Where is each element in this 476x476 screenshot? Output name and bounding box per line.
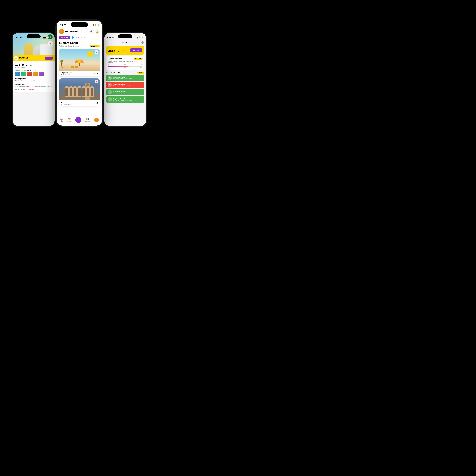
dot-1 (34, 63, 35, 63)
bottom-nav: 🏠 Home 📅 calendar + 📢 Newsfeed M (57, 116, 102, 125)
nav-home[interactable]: 🏠 Home (60, 118, 63, 122)
center-phone: 9:41 AM ▌▌▌ 📶 🔋 M Marsh Mecello 💬 🔔 (55, 19, 103, 127)
profile-left: M Marsh Mecello (59, 29, 78, 34)
refer-friend-button[interactable]: Refer a friend (130, 48, 142, 52)
star-icon-copa: ★ (94, 73, 95, 74)
offer-title: Exclusive Offer (19, 57, 43, 58)
destination-meta: Tekergat ★ 4.7 (2498) $59/Person (15, 69, 53, 71)
explore-all-small-button[interactable]: Explore All › (134, 58, 142, 60)
explore-subtitle: Find the best places with safelee Explor… (59, 45, 100, 47)
thumbnails (15, 72, 53, 76)
reward-item-4[interactable]: 50 yums Daily Login Reward Hurry up thes… (106, 96, 144, 103)
sub-label-yums: Yums (108, 67, 110, 68)
destination-sub: Tekergat, Sunamganj (15, 67, 53, 68)
umbrella-top (75, 59, 84, 63)
reward-title-3: Daily Login Reward (113, 91, 143, 92)
country-selector: 🇪🇸 Spain 🌐 Change Country ⌄ (57, 35, 102, 41)
bookmark-button[interactable]: 🔖 (48, 41, 53, 46)
chat-button[interactable]: 💬 (89, 29, 94, 34)
reward-num-2: 50 (109, 84, 110, 85)
reward-title-2: Daily Login Reward (113, 84, 143, 85)
seville-bookmark[interactable]: 🔖 (95, 80, 98, 84)
nav-add-button[interactable]: + (75, 117, 81, 123)
reward-badge-4: 50 yums (108, 97, 112, 102)
star-icon: ★ (22, 69, 23, 71)
reward-text-3: Daily Login Reward Hurry up these reward… (113, 91, 143, 94)
balance-amount: 4000 Yums (108, 49, 126, 53)
back-button[interactable]: ‹ (107, 41, 107, 44)
country-name: Spain (64, 36, 68, 38)
thumb-4[interactable] (33, 72, 38, 76)
nav-calendar-label: calendar (67, 121, 71, 122)
destination-name: Niladri Reservoir (15, 64, 33, 67)
notification-button[interactable]: 🔔 (95, 29, 100, 34)
day-sat: SAT (30, 80, 32, 81)
destination-content: Niladri Reservoir Tekergat, Sunamganj Te… (13, 61, 55, 92)
country-pill[interactable]: 🇪🇸 Spain (59, 35, 70, 39)
nav-newsfeed[interactable]: 📢 Newsfeed (85, 118, 90, 122)
arch-7 (90, 86, 94, 98)
copacabana-name: Copacabana (61, 72, 72, 74)
view-all-button[interactable]: View All › (137, 72, 144, 74)
info-button[interactable]: ⓘ (141, 41, 144, 44)
seville-name: Seville (61, 102, 71, 103)
change-country-button[interactable]: 🌐 Change Country ⌄ (71, 36, 86, 38)
explore-all-button[interactable]: Explore All › (90, 45, 100, 47)
opening-hours-title: Opening Hours (15, 78, 53, 80)
benefits-section: Explore benefits Explore All › You have … (106, 56, 144, 70)
status-icons-center: ▌▌▌ 📶 🔋 (91, 24, 99, 26)
benefits-sub: You have unlocked a 50 € discount to use… (108, 61, 143, 63)
dynamic-island-right (118, 34, 132, 38)
nav-profile-avatar[interactable]: M (94, 118, 99, 122)
progress-sub-labels: Yums 1000 3000 (108, 67, 143, 68)
thumb-1[interactable] (15, 72, 20, 76)
rating: ★ 4.7 (2498) (22, 69, 29, 71)
sub-label-1000: 1000 (124, 67, 126, 68)
arch-2 (69, 86, 73, 98)
balance-label: Current Balance (108, 47, 126, 49)
arch-5 (82, 86, 85, 98)
balance-info: Current Balance 4000 Yums (108, 47, 126, 53)
signal-icon-center: ▌▌▌ (91, 24, 94, 26)
signal-icon-right: ▌▌▌ (135, 36, 138, 38)
reward-item-1[interactable]: 50 yums Daily Login Reward Hurry up thes… (106, 75, 144, 81)
reward-num-4: 50 (109, 98, 110, 100)
progress-fill (108, 66, 129, 67)
seville-info: Seville 📍 Locality, Spain ★ 4.9 (59, 100, 100, 106)
copacabana-bookmark[interactable]: 🔖 (95, 50, 98, 54)
globe-icon: 🌐 (71, 36, 74, 38)
thumb-5[interactable] (39, 72, 44, 76)
sub-label-3000: 3000 (140, 67, 143, 68)
umbrella-pole (79, 63, 80, 67)
benefits-header: Explore benefits Explore All › (108, 58, 143, 60)
thumb-2[interactable] (21, 72, 26, 76)
seville-card[interactable]: 🔖 Seville 📍 Locality, Spain ★ 4.9 (59, 78, 100, 106)
header-icons: 💬 🔔 (89, 29, 100, 34)
wifi-icon-right: 📶 (139, 36, 141, 38)
chevron-down-icon: ⌄ (85, 37, 86, 38)
copa-rating-value: 4.9 (96, 72, 98, 74)
day-fri: FRI (28, 80, 29, 81)
seville-image: 🔖 (59, 78, 100, 100)
progress-track (108, 66, 143, 67)
read-more-link[interactable]: Read More (29, 89, 34, 90)
arch-1 (65, 86, 69, 98)
thumb-3[interactable] (27, 72, 32, 76)
copacabana-info: Copacabana 📍 Beach, Spain ★ 4.9 (59, 71, 100, 76)
home-icon: 🏠 (60, 118, 63, 121)
label-0: 0€ (108, 64, 109, 65)
day-mon: MON (15, 80, 17, 81)
rewards-header: Recent Rewards View All › (106, 72, 144, 74)
reward-item-3[interactable]: 50 yums Daily Login Reward Hurry up thes… (106, 89, 144, 96)
offer-text: Exclusive Offer Get Free Drink Refills (19, 57, 43, 59)
view-pass-button[interactable]: View Pass (45, 57, 53, 60)
nav-calendar[interactable]: 📅 calendar (67, 118, 71, 122)
reward-text-4: Daily Login Reward Hurry up these reward… (113, 98, 143, 101)
beach-scene: 🌴 (59, 49, 100, 71)
copacabana-card[interactable]: 🌴 🔖 Copacab (59, 49, 100, 76)
arch-row (59, 86, 100, 100)
offer-icon: 🎫 (14, 56, 18, 60)
palm-leaves: 🌴 (59, 59, 64, 64)
explore-section: Explore Spain Find the best places with … (57, 41, 102, 49)
reward-item-2[interactable]: 50 yums Daily Login Reward Hurry up thes… (106, 82, 144, 88)
